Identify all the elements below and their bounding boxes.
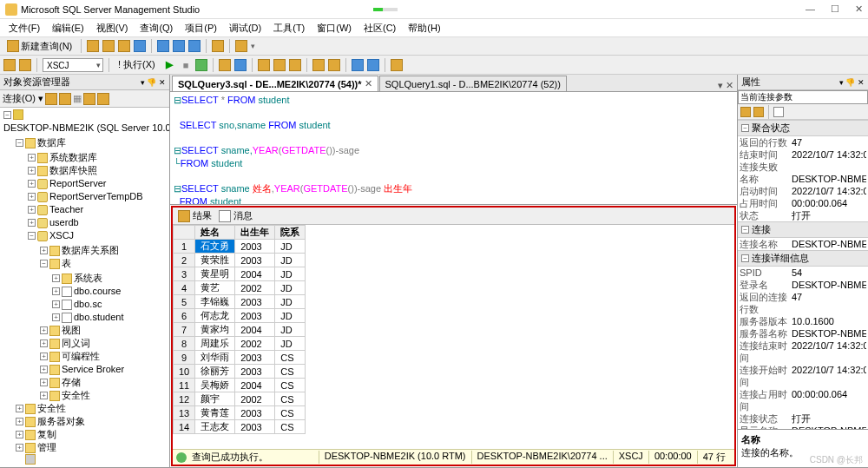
menu-file[interactable]: 文件(F) [5,21,43,36]
menu-tools[interactable]: 工具(T) [270,21,308,36]
toolbar-icon[interactable] [134,40,146,52]
table-row[interactable]: 11吴梅娇2004CS [174,379,306,392]
toolbar-icon[interactable] [312,59,325,71]
editor-tabs: SQLQuery3.sql - DE...ME2IK\20774 (54))*✕… [170,75,737,92]
app-icon [5,3,17,16]
props-body[interactable]: −聚合状态 返回的行数47 结束时间2022/10/7 14:32:06 连接失… [738,120,868,429]
activity-icon[interactable] [235,40,247,52]
filter-icon[interactable] [83,93,95,105]
menu-bar: 文件(F) 编辑(E) 视图(V) 查询(Q) 项目(P) 调试(D) 工具(T… [0,19,868,36]
minimize-button[interactable]: — [806,3,815,15]
table-row[interactable]: 9刘华雨2003CS [174,351,306,365]
toolbar-icon[interactable] [219,59,231,71]
props-toolbar [738,104,868,120]
props-header: 属性 ▾ 👎 ✕ [738,75,868,90]
menu-community[interactable]: 社区(C) [360,21,399,36]
toolbar-icon[interactable] [59,93,71,105]
menu-view[interactable]: 视图(V) [93,21,132,36]
table-row[interactable]: 6何志龙2003JD [174,309,306,323]
toolbar-icon[interactable] [87,40,99,52]
results-pane: 结果 消息 姓名出生年院系1石文勇2003JD2黄荣胜2003JD3黄星明200… [171,206,736,466]
menu-window[interactable]: 窗口(W) [313,21,355,36]
close-button[interactable]: ✕ [855,3,863,15]
table-row[interactable]: 1石文勇2003JD [174,240,306,254]
toolbar-icon[interactable] [212,40,224,52]
window-buttons: — ☐ ✕ [806,3,863,15]
main-toolbar: 新建查询(N) ▾ [0,36,868,56]
alphabetical-icon[interactable] [753,107,764,117]
status-db: XSCJ [613,451,648,464]
pane-controls[interactable]: ▾ 👎 ✕ [141,78,166,87]
table-row[interactable]: 5李锦巍2003JD [174,295,306,309]
table-row[interactable]: 14王志友2003CS [174,420,306,434]
toolbar-icon[interactable] [367,59,379,71]
refresh-icon[interactable] [97,93,109,105]
toolbar-icon[interactable] [289,59,301,71]
toolbar-icon[interactable] [3,59,16,71]
status-time: 00:00:00 [648,451,697,464]
toolbar-icon[interactable] [328,59,340,71]
status-message: 查询已成功执行。 [192,451,268,464]
menu-query[interactable]: 查询(Q) [136,21,176,36]
toolbar-icon[interactable] [118,40,130,52]
tab-messages[interactable]: 消息 [219,209,253,222]
connect-button[interactable]: 连接(O) ▾ [3,92,43,105]
toolbar-icon[interactable] [258,59,270,71]
open-icon[interactable] [157,40,169,52]
stop-button[interactable]: ■ [180,58,193,72]
categorized-icon[interactable] [740,107,751,117]
props-object-combo[interactable]: 当前连接参数 [738,90,868,104]
message-icon [219,210,231,222]
sql-editor[interactable]: ⊟SELECT * FROM student SELECT sno,sname … [170,92,737,205]
database-combo[interactable]: XSCJ [43,58,103,72]
tab-close-icon[interactable]: ✕ [365,78,372,89]
menu-help[interactable]: 帮助(H) [404,21,444,36]
objexp-toolbar: 连接(O) ▾ ▦ [0,90,169,108]
new-query-label: 新建查询(N) [21,40,72,53]
table-row[interactable]: 10徐丽芳2003CS [174,365,306,379]
toolbar-icon[interactable] [391,59,403,71]
properties-pane: 属性 ▾ 👎 ✕ 当前连接参数 −聚合状态 返回的行数47 结束时间2022/1… [738,75,868,467]
tab-results[interactable]: 结果 [178,209,212,222]
parse-icon[interactable] [195,59,207,71]
status-server: DESKTOP-NBME2IK (10.0 RTM) [319,451,471,464]
menu-edit[interactable]: 编辑(E) [49,21,88,36]
object-explorer: 对象资源管理器 ▾ 👎 ✕ 连接(O) ▾ ▦ −DESKTOP-NBME2IK… [0,75,170,467]
app-title: Microsoft SQL Server Management Studio [21,4,200,15]
progress-indicator [373,8,398,11]
debug-button[interactable]: ▶ [162,57,176,72]
menu-debug[interactable]: 调试(D) [226,21,265,36]
results-tabs: 结果 消息 [173,208,734,225]
object-tree[interactable]: −DESKTOP-NBME2IK (SQL Server 10.0.160 −数… [0,108,169,467]
tab-sqlquery1[interactable]: SQLQuery1.sql - D...BME2IK\20774 (52)) [379,76,567,91]
status-login: DESKTOP-NBME2IK\20774 ... [471,451,613,464]
status-rows: 47 行 [697,451,731,464]
pane-controls[interactable]: ▾ 👎 ✕ [839,78,865,87]
new-query-button[interactable]: 新建查询(N) [3,38,76,55]
tab-sqlquery3[interactable]: SQLQuery3.sql - DE...ME2IK\20774 (54))*✕ [172,76,378,91]
menu-project[interactable]: 项目(P) [181,21,220,36]
results-grid[interactable]: 姓名出生年院系1石文勇2003JD2黄荣胜2003JD3黄星明2004JD4黄艺… [173,225,734,449]
save-icon[interactable] [173,40,185,52]
props-icon[interactable] [773,107,784,117]
table-row[interactable]: 7黄家均2004JD [174,323,306,337]
table-row[interactable]: 8周建乐2002JD [174,337,306,351]
query-status-bar: 查询已成功执行。 DESKTOP-NBME2IK (10.0 RTM) DESK… [173,449,734,465]
success-icon [176,452,187,463]
table-row[interactable]: 12颜宇2002CS [174,392,306,406]
execute-button[interactable]: ! 执行(X) [115,56,159,73]
table-row[interactable]: 3黄星明2004JD [174,267,306,281]
saveall-icon[interactable] [188,40,201,52]
table-row[interactable]: 4黄艺2002JD [174,281,306,295]
maximize-button[interactable]: ☐ [831,3,839,15]
title-bar: Microsoft SQL Server Management Studio —… [0,0,868,19]
tabs-dropdown-icon[interactable]: ▾ ✕ [714,80,737,91]
toolbar-icon[interactable] [352,59,364,71]
toolbar-icon[interactable] [273,59,286,71]
toolbar-icon[interactable] [45,93,57,105]
table-row[interactable]: 13黄青莲2003CS [174,406,306,420]
toolbar-icon[interactable] [234,59,247,71]
table-row[interactable]: 2黄荣胜2003JD [174,254,306,267]
toolbar-icon[interactable] [102,40,115,52]
toolbar-icon[interactable] [19,59,31,71]
